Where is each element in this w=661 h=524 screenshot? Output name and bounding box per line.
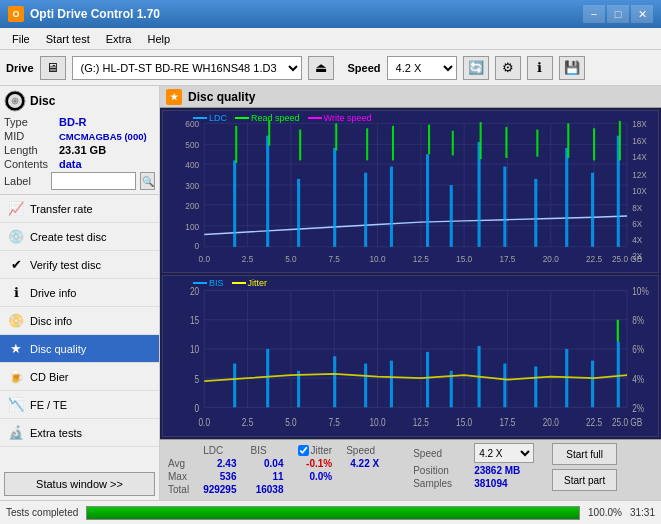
chart1-legend: LDC Read speed Write speed xyxy=(193,113,371,123)
position-label: Position xyxy=(413,465,468,476)
disc-contents-value: data xyxy=(59,158,82,170)
menu-help[interactable]: Help xyxy=(139,31,178,47)
stats-col-empty xyxy=(168,445,201,456)
disc-label-label: Label xyxy=(4,175,47,187)
cd-bier-icon: 🍺 xyxy=(8,369,24,385)
stats-right: Speed 4.2 X Position 23862 MB Samples 38… xyxy=(413,443,534,489)
stats-total-label: Total xyxy=(168,484,201,495)
status-window-btn[interactable]: Status window >> xyxy=(4,472,155,496)
svg-text:500: 500 xyxy=(185,139,199,150)
svg-rect-117 xyxy=(266,348,269,406)
stats-avg-ldc: 2.43 xyxy=(203,458,248,469)
svg-text:17.5: 17.5 xyxy=(499,253,515,264)
svg-rect-61 xyxy=(565,148,568,247)
svg-rect-126 xyxy=(534,366,537,407)
nav-disc-info[interactable]: 📀 Disc info xyxy=(0,307,159,335)
svg-text:22.5: 22.5 xyxy=(586,415,602,428)
svg-rect-119 xyxy=(333,356,336,407)
menu-extra[interactable]: Extra xyxy=(98,31,140,47)
svg-text:8%: 8% xyxy=(632,313,644,326)
stats-avg-speed: 4.22 X xyxy=(346,458,391,469)
disc-header-text: Disc xyxy=(30,94,55,108)
menu-start-test[interactable]: Start test xyxy=(38,31,98,47)
svg-text:16X: 16X xyxy=(632,136,647,147)
legend-jitter: Jitter xyxy=(232,278,268,288)
svg-text:15: 15 xyxy=(190,313,199,326)
svg-rect-50 xyxy=(233,160,236,246)
svg-rect-55 xyxy=(390,167,393,247)
chart-ldc: LDC Read speed Write speed xyxy=(162,110,659,273)
maximize-button[interactable]: □ xyxy=(607,5,629,23)
drive-icon-btn[interactable]: 🖥 xyxy=(40,56,66,80)
speed-select[interactable]: 4.2 X xyxy=(387,56,457,80)
nav-fe-te-label: FE / TE xyxy=(30,399,67,411)
svg-text:10%: 10% xyxy=(632,284,649,297)
settings-btn[interactable]: ⚙ xyxy=(495,56,521,80)
chart1-svg: 600 500 400 300 200 100 0 18X 16X 14X 12… xyxy=(163,111,658,272)
svg-text:17.5: 17.5 xyxy=(499,415,515,428)
nav-transfer-rate[interactable]: 📈 Transfer rate xyxy=(0,195,159,223)
svg-text:10.0: 10.0 xyxy=(369,415,385,428)
svg-text:300: 300 xyxy=(185,180,199,191)
dq-title: Disc quality xyxy=(188,90,255,104)
title-bar: O Opti Drive Control 1.70 − □ ✕ xyxy=(0,0,661,28)
menu-file[interactable]: File xyxy=(4,31,38,47)
dq-icon: ★ xyxy=(166,89,182,105)
nav-extra-tests-label: Extra tests xyxy=(30,427,82,439)
content-area: ★ Disc quality LDC Read speed xyxy=(160,86,661,500)
nav-drive-info-label: Drive info xyxy=(30,287,76,299)
nav-fe-te[interactable]: 📉 FE / TE xyxy=(0,391,159,419)
nav-create-test-disc[interactable]: 💿 Create test disc xyxy=(0,223,159,251)
stats-row-total: Total 929295 16038 xyxy=(168,484,391,495)
svg-text:0.0: 0.0 xyxy=(199,253,210,264)
svg-rect-54 xyxy=(364,173,367,247)
minimize-button[interactable]: − xyxy=(583,5,605,23)
svg-text:2.5: 2.5 xyxy=(242,415,254,428)
app-icon: O xyxy=(8,6,24,22)
svg-text:2.5: 2.5 xyxy=(242,253,253,264)
stats-total-jitter xyxy=(298,484,345,495)
disc-icon xyxy=(4,90,26,112)
start-full-button[interactable]: Start full xyxy=(552,443,617,465)
nav-extra-tests[interactable]: 🔬 Extra tests xyxy=(0,419,159,447)
eject-btn[interactable]: ⏏ xyxy=(308,56,334,80)
sidebar: Disc Type BD-R MID CMCMAGBA5 (000) Lengt… xyxy=(0,86,160,500)
disc-label-btn[interactable]: 🔍 xyxy=(140,172,155,190)
progress-percent: 100.0% xyxy=(588,507,622,518)
disc-label-input[interactable] xyxy=(51,172,136,190)
nav-verify-test-disc[interactable]: ✔ Verify test disc xyxy=(0,251,159,279)
disc-length-value: 23.31 GB xyxy=(59,144,106,156)
stats-row-avg: Avg 2.43 0.04 -0.1% 4.22 X xyxy=(168,458,391,469)
start-part-button[interactable]: Start part xyxy=(552,469,617,491)
jitter-checkbox[interactable] xyxy=(298,445,309,456)
refresh-btn[interactable]: 🔄 xyxy=(463,56,489,80)
nav-disc-quality[interactable]: ★ Disc quality xyxy=(0,335,159,363)
save-btn[interactable]: 💾 xyxy=(559,56,585,80)
svg-text:400: 400 xyxy=(185,159,199,170)
svg-text:5.0: 5.0 xyxy=(285,253,296,264)
svg-text:100: 100 xyxy=(185,221,199,232)
chart2-legend: BIS Jitter xyxy=(193,278,267,288)
svg-text:7.5: 7.5 xyxy=(328,415,340,428)
disc-mid-label: MID xyxy=(4,130,59,142)
nav-drive-info[interactable]: ℹ Drive info xyxy=(0,279,159,307)
drive-select[interactable]: (G:) HL-DT-ST BD-RE WH16NS48 1.D3 xyxy=(72,56,302,80)
svg-text:25.0 GB: 25.0 GB xyxy=(612,415,642,428)
svg-rect-52 xyxy=(297,179,300,247)
svg-text:15.0: 15.0 xyxy=(456,253,472,264)
legend-read-speed: Read speed xyxy=(235,113,300,123)
svg-text:10.0: 10.0 xyxy=(369,253,385,264)
stats-avg-jitter: -0.1% xyxy=(298,458,345,469)
close-button[interactable]: ✕ xyxy=(631,5,653,23)
nav-cd-bier[interactable]: 🍺 CD Bier xyxy=(0,363,159,391)
legend-write-speed: Write speed xyxy=(308,113,372,123)
stats-col-bis: BIS xyxy=(251,445,296,456)
chart-speed-select[interactable]: 4.2 X xyxy=(474,443,534,463)
progress-track xyxy=(86,506,580,520)
svg-rect-70 xyxy=(428,125,430,155)
disc-contents-label: Contents xyxy=(4,158,59,170)
svg-rect-64 xyxy=(235,126,237,163)
info-btn[interactable]: ℹ xyxy=(527,56,553,80)
disc-type-label: Type xyxy=(4,116,59,128)
svg-rect-76 xyxy=(593,128,595,160)
